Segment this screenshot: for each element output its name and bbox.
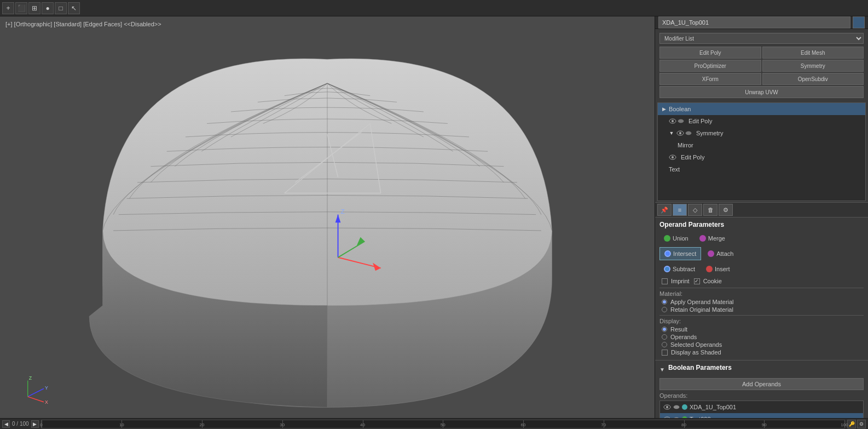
display-as-shaded-checkbox[interactable]: [662, 350, 668, 356]
result-row[interactable]: Result: [659, 326, 864, 333]
symmetry-button[interactable]: Symmetry: [762, 60, 864, 72]
modifier-list-dropdown[interactable]: Modifier List: [659, 33, 864, 44]
configure-modifier-sets-button[interactable]: ⚙: [719, 204, 733, 216]
main-content: [+] [Orthographic] [Standard] [Edged Fac…: [0, 16, 868, 418]
next-frame-button[interactable]: ▶: [31, 420, 39, 428]
stack-label-edit-poly-2: Edit Poly: [681, 154, 862, 161]
modifier-buttons-row-2: ProOptimizer Symmetry: [657, 60, 866, 72]
bottom-bar: ◀ 0 / 100 ▶ 0 10 20 30 40 50 60 70 80 90…: [0, 418, 868, 429]
intersect-button[interactable]: Intersect: [659, 247, 701, 260]
settings-icon[interactable]: ⚙: [857, 420, 866, 428]
stack-label-boolean: Boolean: [669, 106, 862, 112]
operand-parameters-title: Operand Parameters: [659, 221, 864, 228]
box-icon[interactable]: ⬛: [15, 2, 27, 14]
stack-item-edit-poly-1[interactable]: Edit Poly: [658, 115, 865, 127]
expand-symmetry-icon: ▼: [669, 130, 674, 136]
selected-operands-label: Selected Operands: [670, 341, 722, 348]
edit-poly-button[interactable]: Edit Poly: [659, 47, 761, 59]
stack-item-boolean[interactable]: ▶ Boolean: [658, 103, 865, 115]
display-as-shaded-label: Display as Shaded: [671, 349, 721, 356]
subtract-button[interactable]: Subtract: [659, 262, 699, 276]
apply-operand-row[interactable]: Apply Operand Material: [659, 299, 864, 305]
top-toolbar: + ⬛ ⊞ ● □ ↖: [0, 0, 868, 16]
retain-original-radio[interactable]: [662, 307, 667, 312]
merge-dot: [699, 235, 706, 242]
selected-operands-row[interactable]: Selected Operands: [659, 341, 864, 348]
prev-frame-button[interactable]: ◀: [2, 420, 10, 428]
square-icon[interactable]: □: [55, 2, 67, 14]
operand-item-text008[interactable]: Text008: [660, 413, 863, 418]
subtract-dot: [664, 266, 670, 272]
union-label: Union: [673, 235, 688, 242]
stack-label-mirror: Mirror: [678, 142, 862, 148]
operands-label: Operands:: [659, 392, 864, 399]
apply-operand-radio[interactable]: [662, 299, 667, 305]
remove-modifier-button[interactable]: 🗑: [703, 204, 717, 216]
viewport[interactable]: [+] [Orthographic] [Standard] [Edged Fac…: [0, 16, 655, 418]
svg-point-24: [678, 119, 684, 123]
add-operands-button[interactable]: Add Operands: [659, 378, 864, 390]
display-as-shaded-row[interactable]: Display as Shaded: [659, 349, 864, 356]
union-button[interactable]: Union: [659, 232, 693, 245]
eye-icon-2: [669, 155, 676, 160]
selected-operands-radio[interactable]: [662, 342, 667, 347]
insert-label: Insert: [715, 266, 730, 272]
pin-button[interactable]: 📌: [657, 204, 672, 216]
pro-optimizer-button[interactable]: ProOptimizer: [659, 60, 761, 72]
timeline-bar[interactable]: 0 10 20 30 40 50 60 70 80 90 100: [41, 420, 845, 428]
svg-point-23: [672, 120, 674, 122]
stack-item-symmetry[interactable]: ▼ Symmetry: [658, 127, 865, 139]
retain-original-label: Retain Original Material: [670, 306, 733, 313]
stack-item-text[interactable]: Text: [658, 163, 865, 175]
cookie-label: Cookie: [703, 278, 722, 284]
open-subdiv-button[interactable]: OpenSubdiv: [762, 73, 864, 85]
operands-display-label: Operands: [670, 334, 697, 340]
stack-item-edit-poly-2[interactable]: Edit Poly: [658, 151, 865, 163]
modifier-buttons-row-1: Edit Poly Edit Mesh: [657, 47, 866, 59]
merge-button[interactable]: Merge: [695, 232, 730, 245]
stack-label-edit-poly-1: Edit Poly: [688, 118, 862, 124]
stack-item-mirror[interactable]: Mirror: [658, 139, 865, 151]
apply-operand-label: Apply Operand Material: [670, 299, 734, 305]
unwrap-uvw-button[interactable]: Unwrap UVW: [659, 86, 864, 98]
object-name-input[interactable]: XDA_1U_Top001: [658, 16, 850, 28]
operands-list: XDA_1U_Top001 Text008: [659, 401, 864, 418]
retain-original-row[interactable]: Retain Original Material: [659, 306, 864, 313]
intersect-attach-row: Intersect Attach: [659, 247, 864, 260]
object-color-swatch[interactable]: [853, 16, 865, 28]
insert-button[interactable]: Insert: [702, 262, 734, 276]
show-all-button[interactable]: ≡: [673, 204, 687, 216]
unwrap-row: Unwrap UVW: [657, 86, 866, 99]
make-unique-button[interactable]: ◇: [688, 204, 702, 216]
add-icon[interactable]: +: [2, 2, 14, 14]
union-dot: [664, 235, 670, 242]
operand-parameters-panel: Operand Parameters Union Merge Intersect: [655, 217, 868, 360]
result-radio[interactable]: [662, 327, 667, 332]
expand-boolean-icon: ▶: [661, 106, 667, 112]
svg-point-26: [679, 132, 681, 134]
key-icon[interactable]: 🔑: [847, 420, 856, 428]
cookie-checkbox[interactable]: ✓: [694, 278, 700, 284]
viewport-label: [+] [Orthographic] [Standard] [Edged Fac…: [5, 21, 161, 27]
attach-button[interactable]: Attach: [703, 247, 738, 260]
bool-params-panel: ▼ Boolean Parameters Add Operands Operan…: [655, 360, 868, 418]
render-eye-icon-1: [678, 119, 684, 123]
operand-item-xda[interactable]: XDA_1U_Top001: [660, 401, 863, 413]
modifier-list-row: Modifier List: [657, 31, 866, 45]
xform-button[interactable]: XForm: [659, 73, 761, 85]
modifier-buttons-row-3: XForm OpenSubdiv: [657, 73, 866, 85]
stack-label-symmetry: Symmetry: [696, 130, 862, 136]
operand-name-xda: XDA_1U_Top001: [690, 404, 736, 410]
bool-params-expand-icon: ▼: [659, 367, 665, 373]
imprint-label: Imprint: [671, 278, 690, 284]
subtract-label: Subtract: [673, 266, 695, 272]
operands-radio[interactable]: [662, 334, 667, 340]
subtract-insert-row: Subtract Insert: [659, 262, 864, 276]
grid-icon[interactable]: ⊞: [28, 2, 40, 14]
circle-icon[interactable]: ●: [42, 2, 54, 14]
edit-mesh-button[interactable]: Edit Mesh: [762, 47, 864, 59]
operands-display-row[interactable]: Operands: [659, 334, 864, 340]
merge-label: Merge: [708, 235, 725, 242]
cursor-icon[interactable]: ↖: [68, 2, 80, 14]
imprint-checkbox[interactable]: [662, 278, 668, 284]
